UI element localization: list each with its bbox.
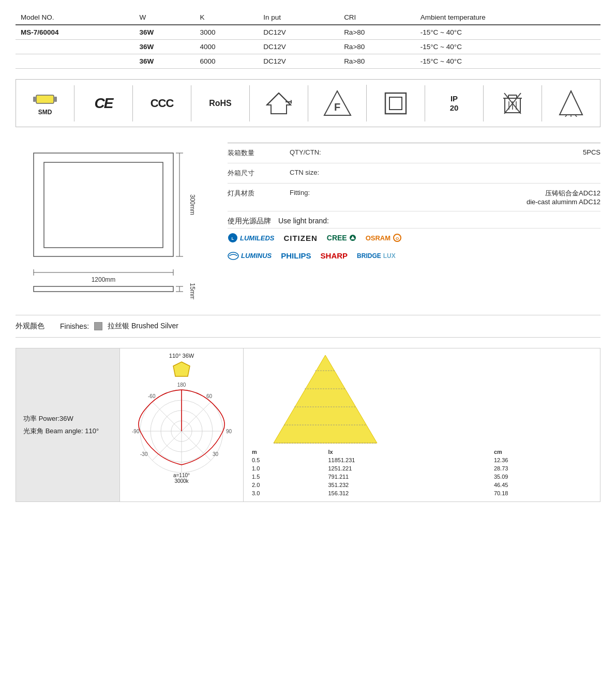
svg-text:F: F xyxy=(334,101,340,113)
cert-house xyxy=(250,85,308,121)
beam-data-row: 1.5791.21135.09 xyxy=(248,473,596,481)
weee-icon xyxy=(502,91,523,116)
color-swatch xyxy=(94,322,102,330)
table-row: MS-7/6000436W3000DC12VRa>80-15°C ~ 40°C xyxy=(16,25,600,40)
sharp-logo: SHARP xyxy=(321,251,348,260)
product-drawing: 300mm xyxy=(23,148,199,267)
svg-marker-45 xyxy=(173,362,190,376)
beam-col-lx: lx xyxy=(324,448,489,456)
col-w: W xyxy=(134,10,194,25)
col-k: K xyxy=(195,10,259,25)
osram-icon: O xyxy=(393,233,402,242)
brand-en: Use light brand: xyxy=(278,217,329,225)
qty-zh: 装箱数量 xyxy=(228,148,290,158)
lumileds-icon: L xyxy=(228,233,238,243)
table-row: 36W6000DC12VRa>80-15°C ~ 40°C xyxy=(16,54,600,69)
philips-logo: PHILIPS xyxy=(281,251,311,260)
table-row: 36W4000DC12VRa>80-15°C ~ 40°C xyxy=(16,40,600,54)
cert-ip20: IP20 xyxy=(425,85,484,121)
svg-rect-23 xyxy=(34,153,173,256)
svg-text:-60: -60 xyxy=(148,393,156,399)
svg-marker-3 xyxy=(267,93,291,114)
ip-label: IP20 xyxy=(450,94,459,113)
ctn-zh: 外箱尺寸 xyxy=(228,169,290,178)
ccc-text: CCC xyxy=(151,97,174,110)
col-input: In put xyxy=(258,10,339,25)
fitting-zh: 灯具材质 xyxy=(228,189,290,198)
house-icon xyxy=(266,90,292,116)
finishes-value: 拉丝银 Brushed Silver xyxy=(108,322,178,331)
fitting-value: 压铸铝合金ADC12 die-cast aluminm ADC12 xyxy=(352,189,600,206)
svg-text:180: 180 xyxy=(177,382,186,388)
cert-row: SMD CE CCC RoHS F xyxy=(16,79,600,127)
citizen-logo: CITIZEN xyxy=(283,234,317,242)
lumileds-logo: L LUMILEDS xyxy=(228,233,274,243)
svg-rect-10 xyxy=(389,97,402,110)
cree-icon xyxy=(349,234,356,241)
beam-col-m: m xyxy=(248,448,324,456)
bridgelux-logo: BRIDGE LUX xyxy=(357,252,396,260)
power-info: 功率 Power:36W 光束角 Beam angle: 110° xyxy=(16,348,119,501)
polar-color-temp: 3000k xyxy=(174,478,188,484)
beam-data-row: 1.01251.22128.73 xyxy=(248,464,596,473)
finishes-zh: 外观颜色 xyxy=(16,322,44,331)
cree-logo: CREE xyxy=(327,234,356,242)
col-temp: Ambient temperature xyxy=(415,10,600,25)
brand-zh: 使用光源品牌 xyxy=(228,217,271,225)
svg-text:1200mm: 1200mm xyxy=(92,276,116,283)
svg-rect-24 xyxy=(44,162,163,248)
beam-data-row: 0.511851.23112.36 xyxy=(248,456,596,464)
fitting-row: 灯具材质 Fitting: 压铸铝合金ADC12 die-cast alumin… xyxy=(228,184,600,211)
svg-text:15mm: 15mm xyxy=(189,283,196,299)
power-label: 功率 Power:36W xyxy=(23,414,112,423)
svg-rect-2 xyxy=(54,97,57,102)
svg-marker-62 xyxy=(274,355,377,443)
svg-text:60: 60 xyxy=(206,393,213,399)
svg-text:30: 30 xyxy=(213,451,219,457)
svg-marker-19 xyxy=(560,91,582,115)
svg-text:L: L xyxy=(232,236,234,241)
cert-ccc: CCC xyxy=(133,85,191,121)
beam-chart xyxy=(248,353,403,446)
spec-table: Model NO. W K In put CRI Ambient tempera… xyxy=(16,10,600,69)
dims-left: 300mm 1200mm 15mm xyxy=(16,143,207,305)
ctn-row: 外箱尺寸 CTN size: xyxy=(228,163,600,184)
svg-text:-90: -90 xyxy=(132,429,140,434)
beam-data-row: 2.0351.23246.45 xyxy=(248,481,596,489)
rohs-text: RoHS xyxy=(209,99,232,108)
col-model: Model NO. xyxy=(16,10,134,25)
cert-smd: SMD xyxy=(16,85,74,121)
cert-square xyxy=(367,85,425,121)
svg-text:90: 90 xyxy=(226,429,232,434)
qty-value: 5PCS xyxy=(352,148,600,156)
svg-rect-9 xyxy=(385,93,406,114)
fitting-value-en: die-cast aluminm ADC12 xyxy=(352,198,600,206)
ce-text: CE xyxy=(95,95,113,112)
luminus-icon xyxy=(228,252,239,260)
svg-line-4 xyxy=(279,93,291,105)
power-section: 功率 Power:36W 光束角 Beam angle: 110° 110° 3… xyxy=(16,348,600,502)
qty-row: 装箱数量 QTY/CTN: 5PCS xyxy=(228,143,600,163)
brand-label-row: 使用光源品牌 Use light brand: xyxy=(228,211,600,229)
beam-data-row: 3.0156.31270.18 xyxy=(248,489,596,497)
svg-rect-0 xyxy=(36,95,54,103)
svg-text:O: O xyxy=(396,236,399,241)
svg-rect-13 xyxy=(508,95,517,98)
cert-ce: CE xyxy=(74,85,133,121)
svg-rect-1 xyxy=(33,97,36,102)
strip-drawing: 1200mm 15mm xyxy=(23,268,199,299)
beam-col-cm: cm xyxy=(490,448,596,456)
cert-f: F xyxy=(308,85,367,121)
cert-rohs: RoHS xyxy=(191,85,250,121)
polar-section: 110° 36W 180 90 -90 0 -60 60 -30 xyxy=(119,348,244,501)
svg-marker-6 xyxy=(291,100,292,104)
finishes-section: 外观颜色 Finishes: 拉丝银 Brushed Silver xyxy=(16,315,600,338)
led-shape xyxy=(172,361,191,377)
square-icon xyxy=(383,91,408,116)
fitting-value-zh: 压铸铝合金ADC12 xyxy=(352,189,600,198)
beam-label: 光束角 Beam angle: 110° xyxy=(23,427,112,436)
svg-text:-30: -30 xyxy=(140,451,148,457)
cert-weee xyxy=(484,85,542,121)
svg-rect-33 xyxy=(34,286,173,292)
brand-row-2: LUMINUS PHILIPS SHARP BRIDGE LUX xyxy=(228,247,600,264)
